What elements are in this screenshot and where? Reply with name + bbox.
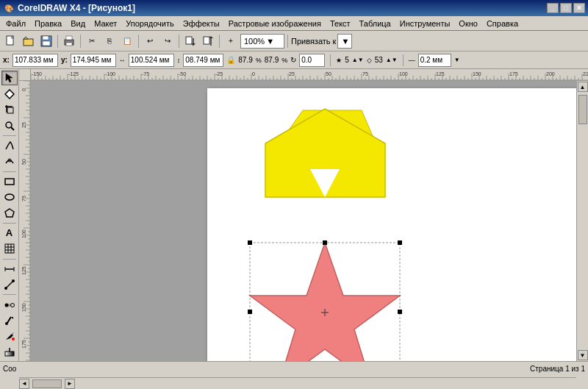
rect-tool[interactable] (1, 174, 18, 188)
y-input[interactable] (71, 54, 116, 67)
handle-tl[interactable] (248, 240, 252, 245)
smart-tool[interactable] (1, 154, 18, 168)
width-input[interactable] (129, 54, 174, 67)
scroll-thumb-h[interactable] (32, 379, 62, 388)
menu-bitmaps[interactable]: Растровые изображения (224, 18, 326, 29)
menu-effects[interactable]: Эффекты (179, 18, 224, 29)
restore-button[interactable]: □ (560, 3, 572, 13)
handle-mr[interactable] (398, 310, 402, 314)
menu-edit[interactable]: Правка (30, 18, 66, 29)
vertical-scrollbar[interactable]: ▲ ▼ (576, 81, 588, 361)
blend-tool[interactable] (1, 297, 18, 312)
import-button[interactable] (182, 33, 198, 49)
eyedropper-tool[interactable] (1, 313, 18, 328)
dimension-tool[interactable] (1, 262, 18, 276)
interactive-fill-tool[interactable] (1, 345, 18, 360)
svg-point-35 (4, 287, 7, 290)
ellipse-tool[interactable] (1, 190, 18, 204)
svg-rect-9 (186, 37, 192, 44)
undo-button[interactable]: ↩ (142, 33, 158, 49)
height-icon: ↕ (177, 57, 181, 64)
svg-rect-4 (43, 36, 49, 40)
snap-dropdown[interactable]: ▼ (337, 34, 352, 49)
height-input[interactable] (183, 54, 223, 67)
crop-tool[interactable] (1, 102, 18, 117)
select-tool[interactable] (1, 71, 18, 85)
star-group[interactable] (250, 243, 400, 361)
fill-tool[interactable] (1, 329, 18, 343)
table-tool[interactable] (1, 241, 18, 256)
canvas-area[interactable]: ▲ ▼ (19, 69, 588, 361)
zoom-in-button[interactable]: + (223, 33, 239, 49)
text-tool[interactable]: A (1, 226, 18, 240)
scroll-up-button[interactable]: ▲ (578, 82, 588, 92)
paste-button[interactable]: 📋 (119, 33, 135, 49)
copy-button[interactable]: ⎘ (101, 33, 118, 49)
new-button[interactable] (3, 33, 19, 49)
open-button[interactable] (21, 33, 37, 49)
menu-layout[interactable]: Макет (90, 18, 121, 29)
svg-point-24 (5, 194, 14, 200)
minimize-button[interactable]: _ (547, 3, 559, 13)
cut-button[interactable]: ✂ (84, 33, 100, 49)
redo-button[interactable]: ↪ (159, 33, 176, 49)
menu-file[interactable]: Файл (1, 18, 30, 29)
horizontal-scrollbar[interactable]: ◄ ► (19, 377, 576, 389)
menu-tools[interactable]: Инструменты (395, 18, 455, 29)
lock-ratio-icon[interactable]: 🔒 (226, 56, 235, 64)
drawing-canvas[interactable]: ▲ ▼ (31, 81, 588, 361)
menu-text[interactable]: Текст (326, 18, 355, 29)
handle-tm[interactable] (323, 240, 327, 245)
snap-dropdown-arrow: ▼ (341, 37, 349, 46)
sharpness-spinner[interactable]: ▲▼ (386, 57, 398, 63)
menu-bar: Файл Правка Вид Макет Упорядочить Эффект… (0, 16, 588, 31)
scroll-thumb-v[interactable] (578, 95, 587, 124)
ruler-top (31, 69, 588, 81)
menu-table[interactable]: Таблица (355, 18, 395, 29)
freehand-tool[interactable] (1, 138, 18, 153)
toolbar-separator-4 (179, 35, 179, 48)
percent-sign-1: % (256, 57, 262, 64)
poly-tool[interactable] (1, 205, 18, 220)
zoom-dropdown-arrow: ▼ (266, 37, 274, 46)
sharpness-value: 53 (375, 56, 383, 64)
x-input[interactable] (12, 54, 58, 67)
save-button[interactable] (38, 33, 54, 49)
menu-window[interactable]: Окно (454, 18, 482, 29)
svg-rect-12 (204, 37, 209, 44)
width-icon: ↔ (119, 57, 126, 64)
yellow-pentagon-group[interactable] (265, 109, 385, 197)
pink-star[interactable] (250, 243, 400, 361)
svg-line-34 (6, 281, 13, 288)
points-spinner[interactable]: ▲▼ (352, 57, 364, 63)
window-controls: _ □ ✕ (547, 3, 585, 13)
connector-tool[interactable] (1, 277, 18, 292)
title-text: CorelDRAW X4 - [Рисунок1] (18, 3, 135, 13)
line-width-input[interactable] (418, 54, 451, 67)
svg-rect-1 (24, 39, 33, 46)
node-tool[interactable] (1, 86, 18, 101)
scroll-right-button[interactable]: ► (65, 379, 75, 389)
scroll-down-button[interactable]: ▼ (578, 350, 588, 360)
close-button[interactable]: ✕ (573, 3, 585, 13)
zoom-dropdown[interactable]: 100% ▼ (240, 34, 284, 49)
snap-label: Привязать к (291, 37, 336, 46)
export-button[interactable] (200, 33, 216, 49)
toolbar-separator-6 (287, 35, 288, 48)
status-text: Coo (3, 365, 16, 373)
line-width-dropdown[interactable]: ▼ (454, 57, 460, 63)
menu-help[interactable]: Справка (482, 18, 523, 29)
zoom-tool[interactable] (1, 118, 18, 132)
svg-marker-25 (5, 209, 14, 217)
menu-arrange[interactable]: Упорядочить (121, 18, 178, 29)
svg-rect-19 (7, 107, 13, 113)
handle-tr[interactable] (398, 240, 402, 245)
print-button[interactable] (61, 33, 77, 49)
menu-view[interactable]: Вид (66, 18, 90, 29)
svg-rect-8 (66, 43, 72, 46)
svg-line-41 (7, 317, 11, 323)
svg-point-42 (5, 322, 8, 325)
scroll-left-button[interactable]: ◄ (19, 379, 29, 389)
rotate-input[interactable] (299, 54, 325, 67)
handle-ml[interactable] (248, 310, 252, 314)
